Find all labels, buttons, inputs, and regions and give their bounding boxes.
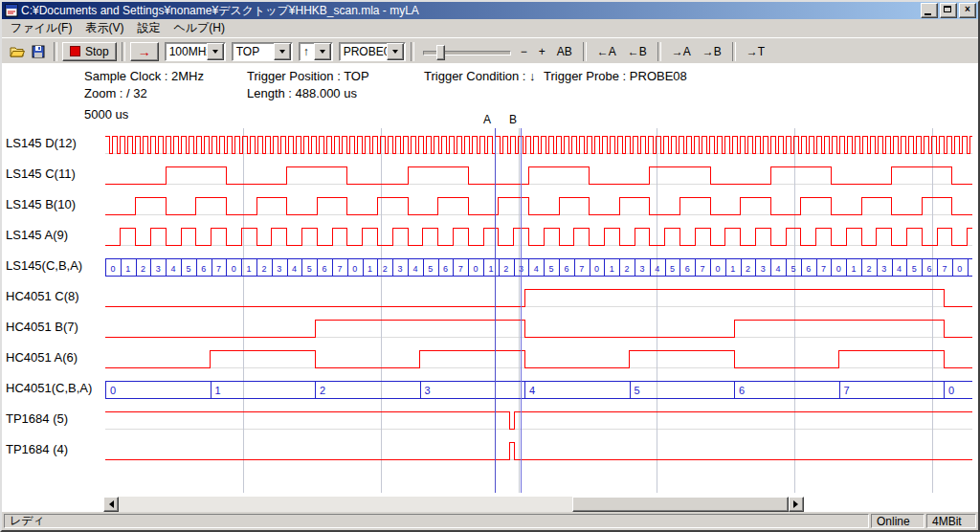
trigger-condition-info: Trigger Condition : ↓ (424, 69, 536, 83)
stop-button-label: Stop (85, 45, 109, 58)
svg-text:6: 6 (443, 264, 448, 274)
chevron-down-icon[interactable] (387, 43, 404, 60)
chevron-down-icon[interactable] (274, 43, 291, 60)
svg-text:4: 4 (412, 264, 417, 274)
svg-text:6: 6 (806, 264, 811, 274)
goto-cursor-b-left-button[interactable]: ←B (623, 43, 652, 60)
svg-text:2: 2 (866, 264, 871, 274)
menu-view[interactable]: 表示(V) (78, 18, 130, 38)
toolbar: Stop → 100MHz TOP ↑ PROBE00 − + AB (2, 37, 978, 65)
svg-text:1: 1 (247, 264, 252, 274)
svg-text:6: 6 (323, 264, 327, 274)
svg-text:0: 0 (110, 264, 115, 274)
save-file-button[interactable] (28, 42, 49, 61)
scrollbar-track[interactable] (119, 497, 789, 512)
svg-text:1: 1 (852, 264, 857, 274)
svg-text:7: 7 (216, 264, 221, 274)
close-button[interactable]: × (959, 3, 976, 18)
cursor-a-label[interactable]: A (483, 113, 491, 126)
svg-text:4: 4 (897, 264, 902, 274)
svg-text:0: 0 (836, 264, 841, 274)
svg-text:3: 3 (398, 264, 403, 274)
zoom-in-button[interactable]: + (534, 43, 550, 60)
trigger-probe-select[interactable]: PROBE00 (339, 42, 406, 61)
svg-text:5: 5 (186, 264, 190, 274)
svg-text:2: 2 (746, 264, 750, 274)
menu-help[interactable]: ヘルプ(H) (167, 18, 232, 38)
svg-text:0: 0 (474, 264, 479, 274)
sample-clock-info: Sample Clock : 2MHz (84, 69, 204, 83)
app-icon (5, 4, 18, 17)
run-button[interactable]: → (130, 42, 159, 61)
channel-label: LS145 D(12) (6, 128, 103, 159)
stop-button[interactable]: Stop (62, 42, 117, 61)
svg-text:5: 5 (549, 264, 554, 274)
channel-label: TP1684 (5) (6, 404, 103, 434)
svg-text:1: 1 (368, 264, 372, 274)
zoom-info: Zoom : / 32 (84, 86, 147, 100)
statusbar: レディ Online 4MBit (2, 512, 978, 530)
svg-text:7: 7 (337, 264, 342, 274)
svg-text:0: 0 (110, 385, 116, 396)
svg-text:7: 7 (458, 264, 463, 274)
status-memory: 4MBit (926, 514, 976, 528)
cursor-b-label[interactable]: B (509, 113, 517, 126)
zoom-slider[interactable] (423, 43, 511, 60)
scroll-left-button[interactable] (103, 497, 119, 512)
scrollbar-thumb[interactable] (572, 497, 789, 512)
svg-text:2: 2 (320, 385, 325, 396)
trigger-edge-value: ↑ (300, 45, 314, 58)
svg-text:2: 2 (261, 264, 266, 274)
toolbar-separator (657, 42, 661, 61)
minimize-button[interactable] (921, 3, 938, 18)
toolbar-separator (583, 42, 587, 61)
svg-text:5: 5 (307, 264, 312, 274)
svg-text:5: 5 (912, 264, 917, 274)
zoom-slider-thumb[interactable] (436, 45, 445, 60)
channel-label: HC4051 A(6) (6, 343, 103, 373)
ab-cursor-button[interactable]: AB (552, 43, 577, 60)
svg-text:4: 4 (171, 264, 176, 274)
menu-settings[interactable]: 設定 (130, 18, 167, 38)
open-folder-icon (10, 44, 25, 59)
horizontal-scrollbar[interactable] (103, 497, 804, 512)
svg-text:0: 0 (715, 264, 720, 274)
titlebar[interactable]: C:¥Documents and Settings¥noname¥デスクトップ¥… (2, 2, 978, 19)
trigger-probe-info: Trigger Probe : PROBE08 (544, 69, 687, 83)
svg-text:4: 4 (655, 264, 659, 274)
goto-cursor-a-right-button[interactable]: →A (667, 43, 696, 60)
svg-text:0: 0 (352, 264, 357, 274)
svg-text:7: 7 (701, 264, 705, 274)
svg-text:1: 1 (610, 264, 614, 274)
triangle-left-icon (105, 500, 114, 508)
toolbar-separator (732, 42, 736, 61)
sample-clock-select[interactable]: 100MHz (165, 42, 226, 61)
svg-text:6: 6 (927, 264, 932, 274)
trigger-edge-select[interactable]: ↑ (299, 42, 333, 61)
open-file-button[interactable] (7, 42, 28, 61)
maximize-button[interactable] (940, 3, 957, 18)
chevron-down-icon[interactable] (207, 43, 224, 60)
svg-text:4: 4 (529, 385, 535, 396)
svg-text:5: 5 (635, 385, 640, 396)
trigger-position-select[interactable]: TOP (232, 42, 293, 61)
svg-text:6: 6 (201, 264, 206, 274)
scroll-right-button[interactable] (789, 497, 804, 512)
svg-text:6: 6 (739, 385, 745, 396)
svg-text:4: 4 (534, 264, 539, 274)
goto-cursor-a-left-button[interactable]: ←A (592, 43, 621, 60)
channel-label: LS145 A(9) (6, 220, 103, 251)
menubar: ファイル(F) 表示(V) 設定 ヘルプ(H) (2, 19, 978, 37)
svg-text:5: 5 (791, 264, 795, 274)
minimize-icon (924, 13, 931, 15)
svg-text:2: 2 (141, 264, 145, 274)
zoom-out-button[interactable]: − (516, 43, 532, 60)
waveform-plot[interactable]: 0123456701234567012345670123456701234567… (105, 128, 972, 493)
chevron-down-icon[interactable] (314, 43, 331, 60)
goto-trigger-button[interactable]: →T (742, 43, 769, 60)
svg-text:5: 5 (670, 264, 675, 274)
svg-text:0: 0 (594, 264, 599, 274)
goto-cursor-b-right-button[interactable]: →B (698, 43, 726, 60)
menu-file[interactable]: ファイル(F) (4, 18, 78, 38)
channel-label: LS145 C(11) (6, 159, 103, 189)
